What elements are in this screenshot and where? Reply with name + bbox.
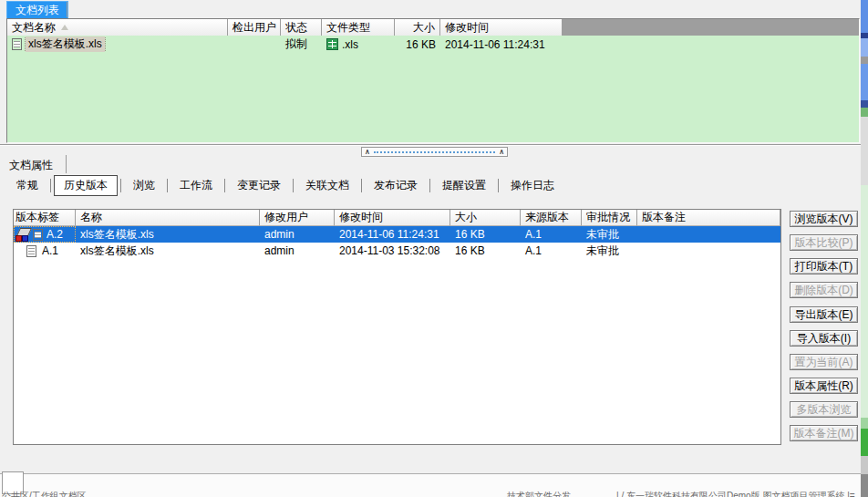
delete-version-button: 删除版本(D) bbox=[790, 282, 858, 298]
column-header-modified-time[interactable]: 修改时间 bbox=[335, 210, 450, 226]
version-source: A.1 bbox=[521, 226, 582, 243]
column-header-status[interactable]: 状态 bbox=[281, 19, 322, 36]
column-header-size[interactable]: 大小 bbox=[395, 19, 440, 36]
collapse-up-icon[interactable]: ∧ bbox=[365, 149, 370, 156]
current-version-icon bbox=[16, 228, 31, 242]
column-header-checkout-user[interactable]: 检出用户 bbox=[228, 19, 281, 36]
document-row[interactable]: xls签名模板.xls 拟制 .xls 16 KB 2014-11-06 11:… bbox=[7, 36, 859, 53]
tab-document-list[interactable]: 文档列表 bbox=[6, 1, 68, 18]
column-header-doc-name[interactable]: 文档名称 bbox=[7, 19, 228, 36]
statusbar-center-text: 技术部文件分发 bbox=[507, 490, 571, 497]
set-current-button: 置为当前(A) bbox=[790, 354, 858, 370]
column-header-size[interactable]: 大小 bbox=[450, 210, 521, 226]
column-header-modified-time[interactable]: 修改时间 bbox=[440, 19, 563, 36]
pane-splitter[interactable]: ∧ ∧ bbox=[361, 147, 508, 157]
tab-divider bbox=[66, 155, 67, 173]
compare-version-button: 版本比较(P) bbox=[790, 234, 858, 251]
version-tag: A.2 bbox=[46, 228, 63, 241]
version-size: 16 KB bbox=[450, 243, 521, 259]
version-source: A.1 bbox=[521, 243, 582, 259]
version-approval: 未审批 bbox=[582, 226, 637, 243]
excel-file-icon bbox=[326, 38, 338, 50]
version-note bbox=[637, 243, 780, 259]
tab-workflow[interactable]: 工作流 bbox=[170, 176, 222, 195]
version-table-header: 版本标签 名称 修改用户 修改时间 大小 来源版本 审批情况 版本备注 bbox=[14, 210, 780, 226]
document-icon bbox=[12, 38, 22, 50]
document-modified-time: 2014-11-06 11:24:31 bbox=[440, 38, 563, 51]
statusbar-right-text: | / 东一瑞软件科技有限公司Demo版 图文档项目管理系统 |= bbox=[616, 490, 855, 497]
version-note-button: 版本备注(M) bbox=[790, 425, 858, 441]
tab-publish-records[interactable]: 发布记录 bbox=[365, 176, 427, 195]
version-time: 2014-11-06 11:24:31 bbox=[335, 226, 450, 243]
column-header-version-note[interactable]: 版本备注 bbox=[637, 210, 780, 226]
version-user: admin bbox=[260, 226, 335, 243]
document-name[interactable]: xls签名模板.xls bbox=[26, 36, 105, 52]
horizontal-separator-highlight bbox=[0, 145, 868, 146]
version-properties-button[interactable]: 版本属性(R) bbox=[790, 378, 858, 394]
version-row[interactable]: A.2 xls签名模板.xls admin 2014-11-06 11:24:3… bbox=[14, 226, 780, 243]
document-size: 16 KB bbox=[395, 38, 440, 51]
tab-general[interactable]: 常规 bbox=[7, 176, 47, 195]
properties-tab-bar: 常规 历史版本 浏览 工作流 变更记录 关联文档 发布记录 提醒设置 操作日志 bbox=[7, 175, 563, 196]
statusbar-left-text: 公共区/工作组文档区 bbox=[2, 490, 87, 497]
column-header-source-version[interactable]: 来源版本 bbox=[521, 210, 582, 226]
export-version-button[interactable]: 导出版本(E) bbox=[790, 306, 858, 323]
right-edge-scrollbar[interactable] bbox=[861, 0, 868, 497]
column-header-filler bbox=[563, 19, 859, 36]
version-user: admin bbox=[260, 243, 335, 259]
version-time: 2014-11-03 15:32:08 bbox=[335, 243, 450, 259]
multi-version-browse-button: 多版本浏览 bbox=[790, 401, 858, 418]
import-version-button[interactable]: 导入版本(I) bbox=[790, 330, 858, 347]
column-header-file-type[interactable]: 文件类型 bbox=[322, 19, 395, 36]
sort-ascending-icon bbox=[61, 25, 68, 30]
app-window: 文档列表 文档名称 检出用户 状态 文件类型 大小 修改时间 xls签名模板.x… bbox=[0, 0, 868, 497]
column-header-modified-user[interactable]: 修改用户 bbox=[260, 210, 335, 226]
document-status: 拟制 bbox=[281, 36, 322, 52]
version-table: 版本标签 名称 修改用户 修改时间 大小 来源版本 审批情况 版本备注 A.2 … bbox=[13, 209, 781, 445]
tab-operation-log[interactable]: 操作日志 bbox=[501, 176, 563, 195]
version-approval: 未审批 bbox=[582, 243, 637, 259]
tab-document-list-label: 文档列表 bbox=[16, 3, 59, 18]
tab-reminder-settings[interactable]: 提醒设置 bbox=[433, 176, 495, 195]
document-icon bbox=[26, 245, 36, 257]
tab-divider bbox=[67, 2, 67, 17]
version-tag: A.1 bbox=[42, 244, 58, 257]
document-file-type: .xls bbox=[342, 38, 358, 51]
column-header-name[interactable]: 名称 bbox=[76, 210, 260, 226]
tab-related-documents[interactable]: 关联文档 bbox=[296, 176, 358, 195]
document-icon bbox=[33, 229, 43, 241]
tab-change-records[interactable]: 变更记录 bbox=[228, 176, 290, 195]
collapse-up-icon[interactable]: ∧ bbox=[499, 149, 504, 156]
splitter-grip[interactable] bbox=[374, 151, 495, 153]
tab-browse[interactable]: 浏览 bbox=[124, 176, 164, 195]
print-version-button[interactable]: 打印版本(T) bbox=[790, 258, 858, 274]
version-name: xls签名模板.xls bbox=[76, 226, 260, 243]
browse-version-button[interactable]: 浏览版本(V) bbox=[790, 211, 858, 227]
document-list-header: 文档名称 检出用户 状态 文件类型 大小 修改时间 bbox=[7, 19, 859, 36]
column-header-approval-status[interactable]: 审批情况 bbox=[582, 210, 637, 226]
tab-history-versions[interactable]: 历史版本 bbox=[54, 175, 118, 196]
tab-document-properties[interactable]: 文档属性 bbox=[9, 157, 53, 173]
document-list-panel: 文档名称 检出用户 状态 文件类型 大小 修改时间 xls签名模板.xls 拟制… bbox=[6, 18, 860, 143]
column-header-version-tag[interactable]: 版本标签 bbox=[14, 210, 76, 226]
version-size: 16 KB bbox=[450, 226, 521, 243]
version-note bbox=[637, 226, 780, 243]
version-name: xls签名模板.xls bbox=[76, 243, 260, 259]
version-row[interactable]: A.1 xls签名模板.xls admin 2014-11-03 15:32:0… bbox=[14, 243, 780, 259]
